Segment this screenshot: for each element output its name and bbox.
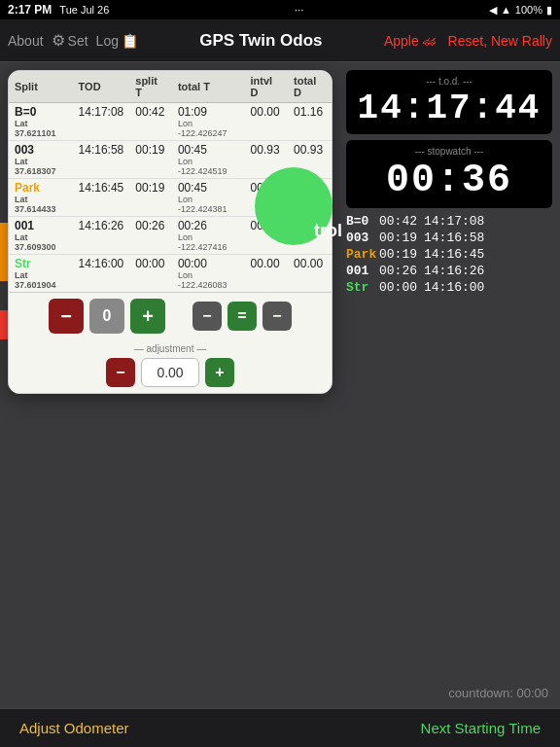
apple-button[interactable]: Apple 🏎 xyxy=(384,33,437,49)
split-item: 001 00:26 14:16:26 xyxy=(346,264,552,278)
status-icons: ◀ ▲ 100% ▮ xyxy=(489,4,552,17)
col-total-d: total D xyxy=(288,71,332,103)
status-bar: 2:17 PM Tue Jul 26 ··· ◀ ▲ 100% ▮ xyxy=(0,0,560,19)
col-tod: TOD xyxy=(73,71,130,103)
about-button[interactable]: About xyxy=(8,33,44,49)
counter-controls: − 0 + − = − xyxy=(9,292,332,339)
status-time: 2:17 PM xyxy=(8,3,52,17)
log-button[interactable]: Log 📋 xyxy=(96,33,138,49)
table-row: B=0Lat 37.621101 14:17:08 00:42 01:09Lon… xyxy=(9,103,332,141)
col-split: Split xyxy=(9,71,73,103)
gear-icon: ⚙ xyxy=(52,31,65,50)
app-title: GPS Twin Odos xyxy=(199,31,322,51)
status-date: Tue Jul 26 xyxy=(59,4,109,16)
battery-text: 100% xyxy=(515,4,542,16)
countdown-row: countdown: 00:00 xyxy=(346,686,552,700)
bottom-toolbar: Adjust Odometer Next Starting Time xyxy=(0,708,560,747)
nav-bar: About ⚙ Set Log 📋 GPS Twin Odos Apple 🏎 … xyxy=(0,19,560,62)
tod-value: 14:17:44 xyxy=(354,89,544,128)
split-item: B=0 00:42 14:17:08 xyxy=(346,214,552,229)
minus-sm-button[interactable]: − xyxy=(192,302,222,331)
adj-value: 0.00 xyxy=(141,358,199,387)
col-total-t: total T xyxy=(172,71,245,103)
eq-button[interactable]: = xyxy=(228,302,257,331)
sw-label: --- stopwatch --- xyxy=(354,146,544,157)
split-list: B=0 00:42 14:17:08 003 00:19 14:16:58 Pa… xyxy=(346,214,552,680)
adjustment-section: — adjustment — − 0.00 + xyxy=(9,339,332,393)
sw-value: 00:36 xyxy=(354,159,544,202)
col-split-t: split T xyxy=(129,71,172,103)
col-intvl-d: intvl D xyxy=(245,71,289,103)
countdown-text: countdown: 00:00 xyxy=(448,686,548,700)
adjust-odometer-button[interactable]: Adjust Odometer xyxy=(19,720,129,736)
stopwatch-display: --- stopwatch --- 00:36 xyxy=(346,140,552,208)
counter-value: 0 xyxy=(89,299,124,334)
log-icon: 📋 xyxy=(122,33,138,49)
left-panel: trol Split TOD split T total T intvl D t… xyxy=(0,62,340,708)
split-item: Park 00:19 14:16:45 xyxy=(346,247,552,262)
location-icon: ◀ xyxy=(489,4,497,17)
table-header-row: Split TOD split T total T intvl D total … xyxy=(9,71,332,103)
adj-minus-button[interactable]: − xyxy=(106,358,135,387)
reset-button[interactable]: Reset, New Rally xyxy=(448,33,552,49)
wifi-icon: ▲ xyxy=(501,4,511,16)
tod-display: --- t.o.d. --- 14:17:44 xyxy=(346,70,552,134)
split-item: 003 00:19 14:16:58 xyxy=(346,231,552,245)
dots-icon: ··· xyxy=(295,3,304,17)
plus-button[interactable]: + xyxy=(130,299,165,334)
adj-plus-button[interactable]: + xyxy=(205,358,234,387)
tod-label: --- t.o.d. --- xyxy=(354,76,544,87)
right-panel: --- t.o.d. --- 14:17:44 --- stopwatch --… xyxy=(340,62,560,708)
next-starting-time-button[interactable]: Next Starting Time xyxy=(421,720,541,736)
table-row: StrLat 37.601904 14:16:00 00:00 00:00Lon… xyxy=(9,255,332,293)
battery-icon: ▮ xyxy=(546,4,552,17)
set-button[interactable]: ⚙ Set xyxy=(52,31,88,50)
main-content: trol Split TOD split T total T intvl D t… xyxy=(0,62,560,708)
minus-button[interactable]: − xyxy=(49,299,84,334)
split-item: Str 00:00 14:16:00 xyxy=(346,280,552,295)
control-overlay: trol xyxy=(314,221,342,241)
minus-sm-button2[interactable]: − xyxy=(262,302,292,331)
adj-label: — adjustment — xyxy=(134,343,206,354)
adj-controls: − 0.00 + xyxy=(106,358,234,387)
